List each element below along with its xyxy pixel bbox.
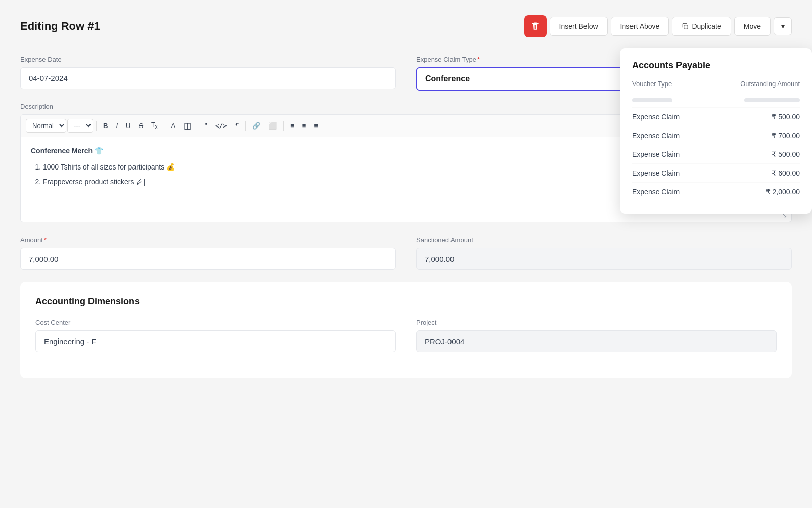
table-row: Expense Claim ₹ 500.00	[632, 108, 800, 126]
voucher-type-5: Expense Claim	[632, 183, 706, 201]
loading-row	[632, 93, 800, 108]
more-options-button[interactable]: ▾	[774, 17, 792, 35]
header-row: Editing Row #1 Insert Below Insert Above…	[20, 15, 792, 37]
outstanding-amount-2: ₹ 700.00	[706, 126, 800, 145]
voucher-type-1: Expense Claim	[632, 108, 706, 126]
popup-title: Accounts Payable	[632, 60, 800, 71]
table-row: Expense Claim ₹ 2,000.00	[632, 183, 800, 201]
unordered-list-button[interactable]: ≡	[299, 120, 310, 132]
toolbar-divider-4	[245, 121, 246, 131]
duplicate-label: Duplicate	[692, 22, 721, 30]
duplicate-icon	[682, 23, 689, 30]
insert-above-button[interactable]: Insert Above	[611, 17, 669, 36]
cost-center-label: Cost Center	[35, 319, 396, 326]
duplicate-button[interactable]: Duplicate	[672, 17, 731, 36]
outstanding-amount-5: ₹ 2,000.00	[706, 183, 800, 201]
sanctioned-amount-input[interactable]	[416, 248, 792, 270]
amount-form-row: Amount* Sanctioned Amount	[20, 236, 792, 270]
voucher-type-2: Expense Claim	[632, 126, 706, 145]
insert-above-label: Insert Above	[620, 22, 660, 30]
trash-icon	[530, 21, 540, 31]
link-button[interactable]: 🔗	[249, 120, 264, 132]
amount-group: Amount*	[20, 236, 396, 270]
header-actions: Insert Below Insert Above Duplicate Move…	[524, 15, 792, 37]
col-voucher-type: Voucher Type	[632, 80, 706, 93]
code-button[interactable]: </>	[212, 120, 231, 132]
ordered-list-button[interactable]: ≡	[287, 120, 298, 132]
col-outstanding-amount: Outstanding Amount	[706, 80, 800, 93]
accounts-payable-popup: Accounts Payable Voucher Type Outstandin…	[620, 48, 812, 214]
chevron-down-icon: ▾	[781, 22, 785, 30]
image-button[interactable]: ⬜	[265, 120, 280, 132]
insert-below-button[interactable]: Insert Below	[550, 17, 608, 36]
loading-bar-left	[632, 98, 672, 102]
highlight-button[interactable]: ◫	[180, 119, 195, 133]
main-panel: Editing Row #1 Insert Below Insert Above…	[0, 0, 812, 508]
accounting-form-row: Cost Center Project	[35, 319, 777, 352]
outstanding-amount-1: ₹ 500.00	[706, 108, 800, 126]
expense-date-input[interactable]	[20, 67, 396, 89]
project-group: Project	[416, 319, 777, 352]
outstanding-amount-3: ₹ 500.00	[706, 145, 800, 164]
expense-date-label: Expense Date	[20, 56, 396, 63]
project-input[interactable]	[416, 330, 777, 352]
sanctioned-amount-group: Sanctioned Amount	[416, 236, 792, 270]
italic-button[interactable]: I	[112, 120, 121, 132]
amount-label: Amount*	[20, 236, 396, 244]
table-row: Expense Claim ₹ 600.00	[632, 164, 800, 183]
delete-button[interactable]	[524, 15, 547, 37]
cost-center-group: Cost Center	[35, 319, 396, 352]
toolbar-divider-5	[283, 121, 284, 131]
project-label: Project	[416, 319, 777, 326]
sanctioned-amount-label: Sanctioned Amount	[416, 236, 792, 244]
expense-date-group: Expense Date	[20, 56, 396, 91]
toolbar-divider-1	[96, 121, 97, 131]
clear-format-button[interactable]: Tx	[148, 119, 161, 132]
toolbar-divider-2	[164, 121, 164, 131]
voucher-type-4: Expense Claim	[632, 164, 706, 183]
loading-bar-right	[744, 98, 800, 102]
cost-center-input[interactable]	[35, 330, 396, 352]
indent-button[interactable]: ≡	[310, 120, 322, 132]
page-title: Editing Row #1	[20, 20, 100, 33]
table-row: Expense Claim ₹ 700.00	[632, 126, 800, 145]
underline-button[interactable]: U	[122, 120, 134, 132]
table-row: Expense Claim ₹ 500.00	[632, 145, 800, 164]
insert-below-label: Insert Below	[559, 22, 598, 30]
outstanding-amount-4: ₹ 600.00	[706, 164, 800, 183]
amount-input[interactable]	[20, 248, 396, 270]
font-color-button[interactable]: A	[167, 120, 179, 132]
move-button[interactable]: Move	[734, 17, 771, 36]
svg-rect-0	[684, 25, 688, 29]
move-label: Move	[744, 22, 761, 30]
bold-button[interactable]: B	[100, 120, 111, 132]
style-select[interactable]: Normal	[26, 119, 66, 133]
strikethrough-button[interactable]: S	[135, 120, 147, 132]
accounting-dimensions-section: Accounting Dimensions Cost Center Projec…	[20, 282, 792, 378]
heading-select[interactable]: ---	[67, 119, 93, 133]
blockquote-button[interactable]: "	[201, 120, 211, 132]
paragraph-button[interactable]: ¶	[232, 120, 242, 132]
voucher-type-3: Expense Claim	[632, 145, 706, 164]
toolbar-divider-3	[198, 121, 198, 131]
popup-table: Voucher Type Outstanding Amount Expense …	[632, 80, 800, 201]
accounting-dimensions-title: Accounting Dimensions	[35, 296, 777, 307]
